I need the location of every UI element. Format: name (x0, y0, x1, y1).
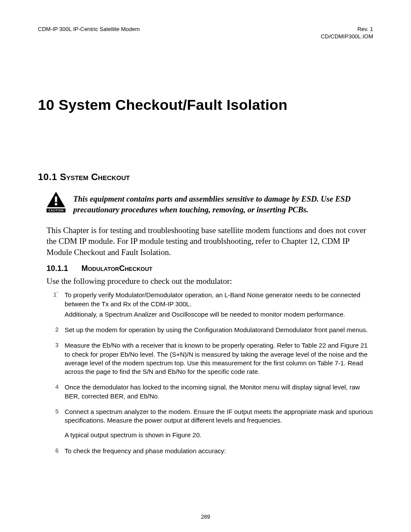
step-number: 5 (47, 408, 65, 416)
intro-paragraph: This Chapter is for testing and troubles… (47, 225, 373, 258)
step-text: Connect a spectrum analyzer to the modem… (65, 408, 373, 442)
step-para: Once the demodulator has locked to the i… (65, 383, 373, 401)
step-para: Set up the modem for operation by using … (65, 326, 368, 334)
step-text: Set up the modem for operation by using … (65, 326, 368, 336)
svg-point-2 (55, 203, 57, 205)
section-title: System Checkout (60, 171, 130, 182)
section-number: 10.1 (38, 171, 57, 182)
step-para: Connect a spectrum analyzer to the modem… (65, 408, 373, 425)
step-number: 3 (47, 341, 65, 349)
header-doc-id: CD/CDMIP300L.IOM (321, 33, 373, 40)
page-header: CDM-IP 300L IP-Centric Satellite Modem R… (38, 26, 373, 40)
step-number: 1` (47, 291, 65, 299)
header-rev: Rev. 1 (321, 26, 373, 33)
caution-icon: CAUTION (47, 191, 65, 212)
warning-triangle-icon (47, 191, 65, 208)
chapter-title: 10 System Checkout/Fault Isolation (38, 96, 373, 113)
step-text: To properly verify Modulator/Demodulator… (65, 291, 373, 320)
subsection-lead: Use the following procedure to check out… (47, 276, 373, 287)
subsection-title: ModulatorCheckout (81, 264, 153, 273)
step-para: Measure the Eb/No with a receiver that i… (65, 341, 373, 376)
step-text: Once the demodulator has locked to the i… (65, 383, 373, 402)
step-para: A typical output spectrum is shown in Fi… (65, 431, 373, 439)
subsection-heading: 10.1.1 ModulatorCheckout (47, 264, 373, 273)
step-text: Measure the Eb/No with a receiver that i… (65, 341, 373, 378)
list-item: 2 Set up the modem for operation by usin… (47, 326, 373, 336)
caution-block: CAUTION This equipment contains parts an… (47, 191, 373, 215)
page-number: 289 (0, 513, 411, 520)
header-left: CDM-IP 300L IP-Centric Satellite Modem (38, 26, 140, 40)
step-number: 6 (47, 447, 65, 455)
subsection-number: 10.1.1 (47, 264, 79, 273)
list-item: 1` To properly verify Modulator/Demodula… (47, 291, 373, 320)
section-heading: 10.1 System Checkout (38, 171, 373, 183)
step-text: To check the frequency and phase modulat… (65, 447, 226, 457)
svg-rect-1 (55, 196, 57, 202)
step-para: Additionaly, a Spectrum Analizer and Osc… (65, 310, 373, 319)
list-item: 4 Once the demodulator has locked to the… (47, 383, 373, 402)
chapter-number: 10 (38, 96, 54, 113)
chapter-title-text: System Checkout/Fault Isolation (59, 96, 287, 113)
list-item: 3 Measure the Eb/No with a receiver that… (47, 341, 373, 378)
procedure-list: 1` To properly verify Modulator/Demodula… (47, 291, 373, 457)
caution-text: This equipment contains parts and assemb… (73, 194, 373, 215)
header-right: Rev. 1 CD/CDMIP300L.IOM (321, 26, 373, 40)
step-number: 2 (47, 326, 65, 334)
list-item: 6 To check the frequency and phase modul… (47, 447, 373, 457)
step-para: To check the frequency and phase modulat… (65, 447, 226, 455)
list-item: 5 Connect a spectrum analyzer to the mod… (47, 408, 373, 442)
step-number: 4 (47, 383, 65, 391)
caution-label: CAUTION (47, 208, 65, 212)
step-para: To properly verify Modulator/Demodulator… (65, 291, 373, 308)
